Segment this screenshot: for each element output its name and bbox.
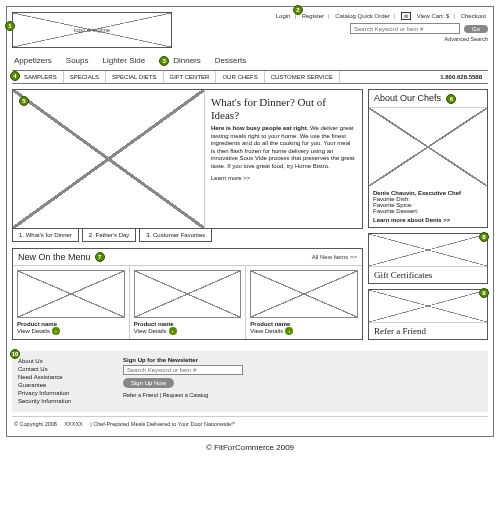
tab-customer-favorites[interactable]: 3. Customer Favorites [139, 228, 212, 242]
footer-assistance[interactable]: Need Assistance [18, 373, 108, 381]
register-link[interactable]: Register [302, 13, 324, 19]
login-link[interactable]: Login [276, 13, 291, 19]
hero-panel: 5 What's for Dinner? Out of Ideas? Here … [12, 89, 363, 229]
chef-learn-more[interactable]: Learn more about Denis >> [373, 217, 483, 223]
footer-privacy[interactable]: Privacy Information [18, 389, 108, 397]
tab-whats-for-dinner[interactable]: 1. What's for Dinner [12, 228, 79, 242]
main-nav: Appetizers Soups Lighter Side 3 Dinners … [14, 55, 488, 66]
annotation-6: 6 [446, 94, 456, 104]
product-image [17, 270, 125, 318]
nav-soups[interactable]: Soups [66, 55, 89, 66]
newsletter-title: Sign Up for the Newsletter [123, 357, 243, 363]
about-chefs-box: About Our Chefs 6 Denis Chauvin, Executi… [368, 89, 488, 228]
arrow-icon: › [285, 327, 293, 335]
hero-image [13, 90, 205, 228]
tagline: | Chef-Prepared Meals Delivered to Your … [90, 421, 235, 427]
view-details-link[interactable]: View Details [250, 328, 283, 334]
nav-appetizers[interactable]: Appetizers [14, 55, 52, 66]
hero-tabs: 1. What's for Dinner 2. Father's Day 3. … [12, 228, 363, 242]
go-button[interactable]: Go [464, 25, 488, 33]
annotation-8: 8 [479, 232, 489, 242]
annotation-1: 1 [5, 21, 15, 31]
signup-button[interactable]: Sign Up Now [123, 378, 174, 388]
new-on-menu-title: New On the Menu [18, 252, 91, 262]
phone-number: 1.800.628.5588 [434, 71, 488, 83]
footer-about[interactable]: About Us [18, 357, 108, 365]
hero-lead: Here is how busy people eat right. [211, 125, 308, 131]
logo-label: logo & tagline [13, 13, 171, 47]
hero-title: What's for Dinner? Out of Ideas? [211, 96, 356, 121]
subnav-customer-service[interactable]: CUSTOMER SERVICE [265, 71, 340, 83]
footer-sublinks[interactable]: Refer a Friend | Request a Catalog [123, 392, 243, 398]
product-card: Product name View Details› [246, 266, 362, 339]
product-image [134, 270, 242, 318]
subnav-specials[interactable]: SPECIALS [64, 71, 106, 83]
all-new-items-link[interactable]: All New Items >> [312, 254, 357, 260]
footer-contact[interactable]: Contact Us [18, 365, 108, 373]
quick-order-link[interactable]: Catalog Quick Order [335, 13, 390, 19]
footer-links: About Us Contact Us Need Assistance Guar… [18, 357, 108, 406]
nav-lighter-side[interactable]: Lighter Side [102, 55, 145, 66]
new-on-menu-panel: New On the Menu 7 All New Items >> Produ… [12, 248, 363, 340]
cart-icon[interactable]: ⊠ [401, 12, 411, 20]
newsletter-input[interactable] [123, 365, 243, 375]
arrow-icon: › [52, 327, 60, 335]
product-image [250, 270, 358, 318]
refer-image [369, 290, 487, 322]
logo-placeholder: logo & tagline [12, 12, 172, 48]
product-card: Product name View Details› [13, 266, 130, 339]
annotation-7: 7 [95, 252, 105, 262]
annotation-9: 9 [479, 288, 489, 298]
annotation-4: 4 [10, 71, 20, 81]
checkout-link[interactable]: Checkout [461, 13, 486, 19]
footer-security[interactable]: Security Information [18, 397, 108, 405]
utility-nav: Login| Register| Catalog Quick Order| ⊠ … [274, 12, 488, 20]
footer-guarantee[interactable]: Guarantee [18, 381, 108, 389]
rating: XXXXX [64, 421, 82, 427]
legal-bar: © Copyright 2008 XXXXX | Chef-Prepared M… [12, 416, 488, 431]
arrow-icon: › [169, 327, 177, 335]
subnav-our-chefs[interactable]: OUR CHEFS [216, 71, 264, 83]
tab-fathers-day[interactable]: 2. Father's Day [82, 228, 137, 242]
product-card: Product name View Details› [130, 266, 247, 339]
advanced-search-link[interactable]: Advanced Search [274, 36, 488, 42]
view-cart-link[interactable]: View Cart: $ [417, 13, 450, 19]
about-chefs-title: About Our Chefs [374, 93, 441, 103]
sub-nav: 4 SAMPLERS SPECIALS SPECIAL DIETS GIFT C… [12, 70, 488, 84]
annotation-2: 2 [293, 5, 303, 15]
image-credit: © FitForCommerce 2009 [0, 443, 500, 452]
gift-certificates-box[interactable]: 8 Gift Certificates [368, 233, 488, 284]
copyright: © Copyright 2008 [14, 421, 57, 427]
hero-learn-more[interactable]: Learn more >> [211, 175, 356, 181]
nav-desserts[interactable]: Desserts [215, 55, 247, 66]
chef-fav-dessert: Favorite Dessert: [373, 208, 483, 214]
gift-title: Gift Certificates [369, 266, 487, 283]
chef-image [369, 108, 487, 186]
view-details-link[interactable]: View Details [17, 328, 50, 334]
annotation-3: 3 [159, 56, 169, 66]
gift-image [369, 234, 487, 266]
view-details-link[interactable]: View Details [134, 328, 167, 334]
footer: 10 About Us Contact Us Need Assistance G… [12, 351, 488, 412]
annotation-10: 10 [10, 349, 20, 359]
hero-body: We deliver great tasting meals right to … [211, 125, 355, 169]
refer-title: Refer a Friend [369, 322, 487, 339]
subnav-special-diets[interactable]: SPECIAL DIETS [106, 71, 163, 83]
refer-friend-box[interactable]: 9 Refer a Friend [368, 289, 488, 340]
annotation-5: 5 [19, 96, 29, 106]
search-input[interactable] [350, 23, 460, 34]
nav-dinners[interactable]: Dinners [173, 55, 201, 66]
subnav-gift-center[interactable]: GIFT CENTER [164, 71, 217, 83]
